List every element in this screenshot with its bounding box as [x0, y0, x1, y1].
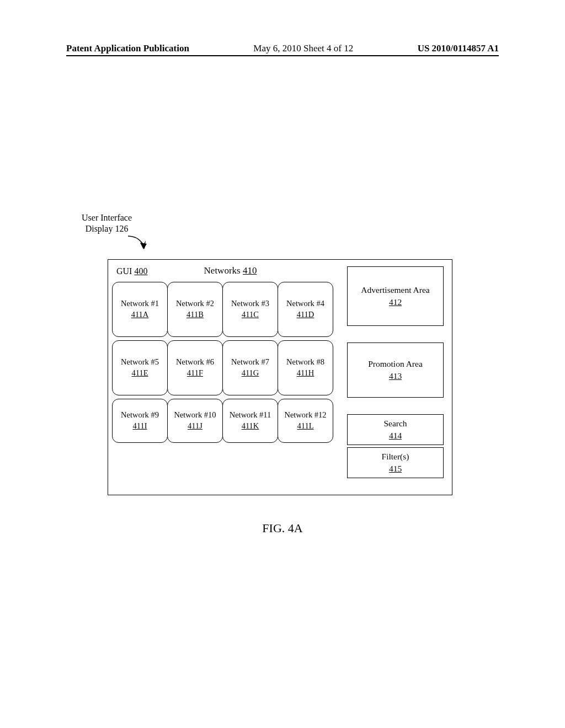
network-tile[interactable]: Network #8411H: [278, 340, 333, 395]
network-tile-ref: 411I: [132, 421, 147, 432]
promotion-area-title: Promotion Area: [368, 358, 423, 370]
promotion-area-ref: 413: [389, 370, 402, 382]
network-tile[interactable]: Network #9411I: [112, 399, 168, 443]
network-tile[interactable]: Network #2411B: [167, 282, 223, 337]
callout-line1: User Interface: [82, 212, 132, 223]
callout-line2-num: 126: [115, 224, 128, 233]
page-header: Patent Application Publication May 6, 20…: [66, 43, 499, 54]
network-tile-ref: 411B: [186, 309, 204, 320]
network-tile-title: Network #8: [286, 357, 324, 368]
network-tile-title: Network #5: [121, 357, 159, 368]
search-area[interactable]: Search 414: [347, 414, 444, 445]
search-area-title: Search: [383, 417, 407, 430]
network-tile-title: Network #11: [230, 410, 271, 421]
promotion-area: Promotion Area 413: [347, 342, 444, 398]
network-tile-ref: 411H: [297, 368, 315, 379]
network-tile-ref: 411K: [242, 421, 259, 432]
advertisement-area-ref: 412: [389, 296, 402, 308]
network-tile-title: Network #12: [284, 410, 326, 421]
network-tile[interactable]: Network #10411J: [167, 399, 223, 443]
network-tile[interactable]: Network #5411E: [112, 340, 168, 395]
header-rule: [66, 55, 499, 56]
network-tile[interactable]: Network #4411D: [278, 282, 333, 337]
callout-user-interface-display: User Interface Display 126: [82, 212, 132, 234]
network-tile-ref: 411G: [242, 368, 259, 379]
network-tile-title: Network #4: [286, 298, 324, 309]
network-tile-title: Network #9: [121, 410, 159, 421]
network-tile-title: Network #7: [231, 357, 269, 368]
network-tile[interactable]: Network #1411A: [112, 282, 168, 337]
page: Patent Application Publication May 6, 20…: [0, 0, 565, 728]
network-tile-title: Network #6: [176, 357, 214, 368]
network-tile[interactable]: Network #6411F: [167, 340, 223, 395]
network-tile[interactable]: Network #11411K: [222, 399, 278, 443]
networks-grid-top: Network #1411A Network #2411B Network #3…: [113, 282, 333, 395]
network-tile[interactable]: Network #7411G: [222, 340, 278, 395]
header-pubnum: US 2010/0114857 A1: [418, 43, 499, 54]
filters-area-title: Filter(s): [382, 451, 409, 463]
network-tile-ref: 411C: [242, 309, 259, 320]
advertisement-area: Advertisement Area 412: [347, 266, 444, 326]
network-tile-title: Network #1: [121, 298, 159, 309]
callout-line2: Display 126: [82, 223, 132, 234]
network-tile[interactable]: Network #12411L: [278, 399, 333, 443]
networks-grid-bottom: Network #9411I Network #10411J Network #…: [113, 399, 333, 443]
network-tile-title: Network #3: [231, 298, 269, 309]
figure-caption: FIG. 4A: [0, 521, 565, 536]
networks-header-ref: 410: [243, 265, 257, 276]
network-tile-ref: 411E: [131, 368, 148, 379]
callout-arrow-icon: [127, 235, 147, 250]
network-tile-title: Network #2: [176, 298, 214, 309]
search-area-ref: 414: [389, 430, 402, 442]
filters-area[interactable]: Filter(s) 415: [347, 447, 444, 478]
svg-marker-0: [140, 243, 147, 249]
header-publication: Patent Application Publication: [66, 43, 189, 54]
network-tile-ref: 411F: [187, 368, 203, 379]
networks-header: Networks 410: [108, 265, 353, 276]
advertisement-area-title: Advertisement Area: [361, 284, 429, 296]
networks-header-pre: Networks: [204, 265, 243, 276]
network-tile-ref: 411L: [297, 421, 313, 432]
gui-frame: GUI 400 Networks 410 Network #1411A Netw…: [108, 259, 452, 495]
network-tile-ref: 411J: [188, 421, 202, 432]
network-tile-ref: 411D: [297, 309, 315, 320]
network-tile[interactable]: Network #3411C: [222, 282, 278, 337]
callout-line2-pre: Display: [86, 224, 115, 233]
header-date-sheet: May 6, 2010 Sheet 4 of 12: [253, 43, 353, 54]
network-tile-title: Network #10: [174, 410, 216, 421]
network-tile-ref: 411A: [131, 309, 149, 320]
filters-area-ref: 415: [389, 463, 402, 475]
